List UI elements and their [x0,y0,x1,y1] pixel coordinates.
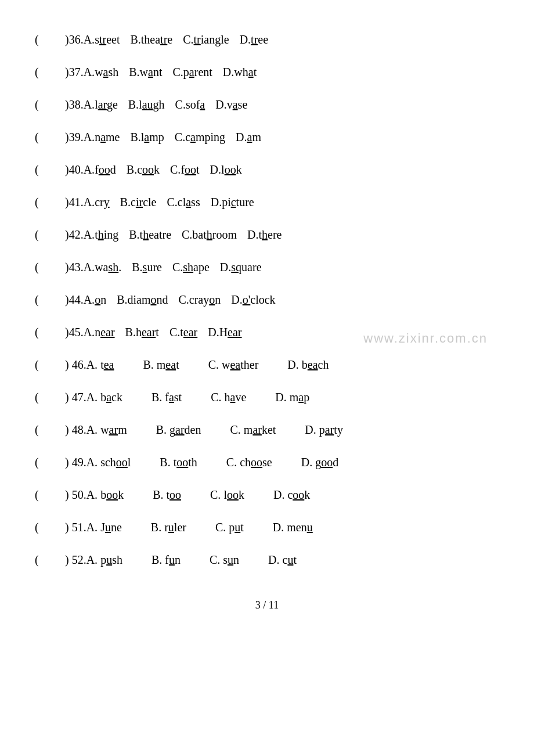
option-q43-0: A.wash. [84,261,122,273]
option-q42-3: D.there [247,228,282,241]
option-text: large [95,98,118,111]
question-content-q38: )38.A.largeB.laughC.sofaD.vase [65,94,499,115]
paren-open: ( [35,354,45,375]
question-number-q50: ) 50. [65,488,86,501]
option-label: C. [173,66,183,78]
option-label: A. [84,293,95,306]
question-number-q39: )39. [65,131,84,143]
answer-blank [45,322,63,343]
option-q39-2: C.camping [175,131,225,143]
answer-blank [45,127,63,147]
answer-blank [45,62,63,82]
question-row-q39: ( )39.A.nameB.lampC.campingD.am [35,121,499,153]
question-content-q43: )43.A.wash.B.sureC.shapeD.square [65,257,499,278]
option-q52-0: A. push [86,553,122,566]
option-q50-0: A. book [86,488,124,501]
option-label: B. [127,163,137,176]
option-q46-1: B. meat [143,358,179,371]
option-label: D. [223,66,234,78]
option-text: sun [223,553,239,566]
option-label: A. [84,66,95,78]
option-q46-2: C. weather [208,358,259,371]
option-q50-3: D. cook [273,488,310,501]
question-number-q49: ) 49. [65,456,86,469]
option-label: C. [183,33,193,46]
option-q43-2: C.shape [172,261,210,273]
option-text: want [140,66,163,78]
option-text: June [100,521,122,534]
option-text: school [100,456,131,469]
option-q37-2: C.parent [173,66,212,78]
option-label: D. [210,163,221,176]
answer-blank [45,224,63,245]
option-label: A. [86,456,98,469]
question-number-q52: ) 52. [65,553,86,566]
answer-blank [45,354,63,375]
option-text: Hear [219,326,242,339]
option-text: put [229,521,244,534]
option-label: D. [273,521,284,534]
option-text: tea [100,358,114,371]
option-label: A. [86,488,98,501]
option-text: cry [95,196,110,208]
question-number-q45: )45. [65,326,84,339]
question-number-q36: )36. [65,33,84,46]
option-label: A. [86,553,98,566]
option-label: B. [117,293,127,306]
option-label: B. [132,261,142,273]
option-label: D. [208,326,219,339]
option-q48-1: B. garden [156,423,201,436]
option-text: garden [169,423,201,436]
question-row-q52: ( ) 52.A. pushB. funC. sunD. cut [35,543,499,576]
question-content-q50: ) 50.A. bookB. tooC. lookD. cook [65,484,499,505]
option-q43-1: B.sure [132,261,162,273]
answer-blank [45,159,63,180]
question-number-q41: )41. [65,196,84,208]
option-q36-1: B.theatre [130,33,172,46]
option-q40-2: C.foot [170,163,200,176]
question-content-q46: ) 46.A. teaB. meatC. weatherD. beach [65,354,499,375]
option-text: choose [240,456,272,469]
paren-open: ( [35,484,45,505]
option-q51-1: B. ruler [151,521,186,534]
option-text: meat [157,358,179,371]
option-label: D. [211,196,222,208]
option-label: C. [169,326,180,339]
question-content-q52: ) 52.A. pushB. funC. sunD. cut [65,549,499,570]
paren-open: ( [35,549,45,570]
option-text: class [178,196,200,208]
option-label: B. [156,423,167,436]
option-label: C. [208,358,219,371]
option-q39-0: A.name [84,131,120,143]
question-content-q40: )40.A.foodB.cookC.footD.look [65,159,499,180]
option-text: cut [283,553,297,566]
question-content-q37: )37.A.washB.wantC.parentD.what [65,62,499,82]
option-q49-3: D. good [301,456,338,469]
option-label: D. [301,456,312,469]
option-q47-2: C. have [211,391,246,404]
option-q47-3: D. map [275,391,309,404]
option-q38-2: C.sofa [175,98,205,111]
question-content-q39: )39.A.nameB.lampC.campingD.am [65,127,499,147]
answer-blank [45,419,63,440]
answer-blank [45,29,63,50]
option-text: food [95,163,116,176]
question-row-q41: ( )41.A.cryB.circleC.classD.picture [35,186,499,218]
option-text: sofa [186,98,205,111]
option-q46-3: D. beach [287,358,329,371]
option-label: D. [220,261,231,273]
paren-open: ( [35,224,45,245]
option-text: heart [136,326,159,339]
question-row-q49: ( ) 49.A. schoolB. toothC. chooseD. good [35,446,499,478]
option-text: look [221,163,242,176]
option-text: camping [185,131,225,143]
question-number-q37: )37. [65,66,84,78]
option-text: cook [287,488,310,501]
option-text: beach [302,358,329,371]
option-q42-2: C.bathroom [182,228,237,241]
option-label: D. [275,391,286,404]
option-q45-2: C.tear [169,326,197,339]
option-label: A. [86,391,98,404]
option-q44-3: D.o'clock [231,293,275,306]
option-text: lamp [141,131,164,143]
